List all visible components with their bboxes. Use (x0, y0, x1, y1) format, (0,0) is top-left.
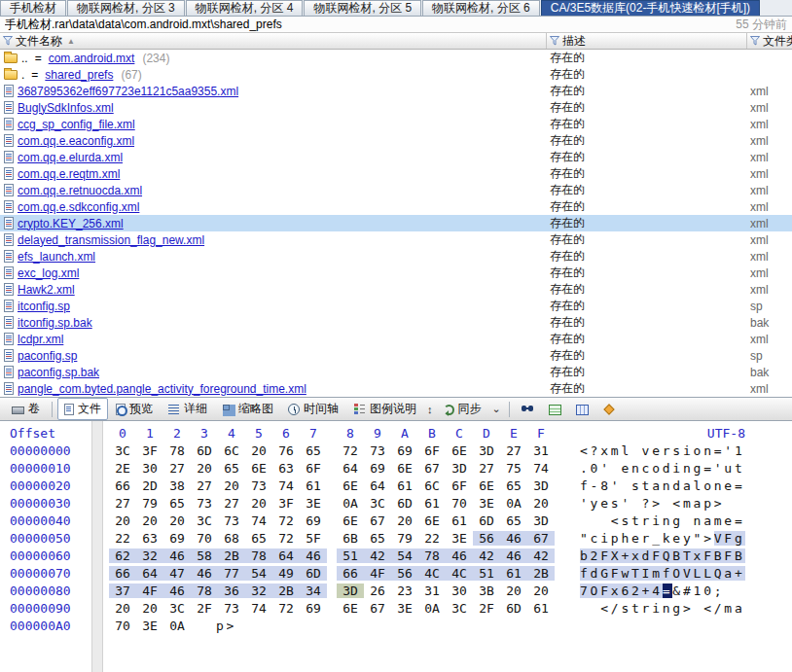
file-row[interactable]: Hawk2.xml存在的xml (0, 281, 792, 298)
hex-byte[interactable]: 6E (446, 443, 473, 458)
hex-byte[interactable]: 64 (337, 461, 364, 476)
hex-text-char[interactable]: < (703, 601, 714, 616)
hex-byte[interactable]: 6D (391, 496, 418, 511)
hex-byte[interactable]: 73 (364, 443, 391, 458)
hex-text-char[interactable]: ' (611, 478, 622, 493)
tab-evidence[interactable]: 物联网检材, 分区 3 (67, 0, 185, 16)
hex-text-char[interactable]: Q (663, 548, 673, 563)
tab-evidence[interactable]: 物联网检材, 分区 4 (186, 0, 304, 16)
hex-byte[interactable]: 66 (109, 566, 136, 581)
file-link[interactable]: itconfig.sp (18, 300, 70, 313)
hex-text-char[interactable]: Q (714, 566, 725, 581)
hex-text-char[interactable]: < (611, 513, 622, 528)
hex-byte[interactable]: 2B (527, 566, 555, 581)
file-link[interactable]: Hawk2.xml (18, 283, 75, 297)
hex-byte[interactable]: 3F (136, 443, 163, 458)
hex-byte[interactable]: 46 (191, 566, 218, 581)
hex-byte[interactable]: 32 (245, 584, 272, 598)
folder-link[interactable]: com.android.mxt (49, 52, 135, 65)
hex-byte[interactable]: 69 (364, 461, 391, 476)
hex-text-char[interactable]: < (672, 496, 683, 511)
hex-byte[interactable]: 75 (500, 461, 527, 476)
hex-byte[interactable]: 69 (300, 601, 327, 616)
file-row[interactable]: efs_launch.xml存在的xml (0, 248, 792, 265)
hex-byte[interactable]: 2D (136, 478, 163, 493)
hex-byte[interactable]: 61 (391, 478, 418, 493)
hex-byte[interactable]: 30 (136, 461, 163, 476)
hex-byte[interactable]: 3E (300, 496, 327, 511)
hex-byte[interactable]: 6E (337, 513, 364, 528)
hex-text-char[interactable]: i (672, 461, 683, 476)
hex-byte[interactable]: 56 (391, 566, 418, 581)
hex-byte[interactable]: 6E (337, 478, 364, 493)
hex-byte[interactable]: 42 (364, 548, 391, 563)
hex-byte[interactable]: 3D (473, 443, 500, 458)
hex-byte[interactable]: 6E (418, 513, 446, 528)
hex-text-char[interactable]: 0 (703, 584, 714, 598)
folder-link[interactable]: shared_prefs (45, 68, 113, 82)
hex-byte[interactable]: 22 (109, 531, 136, 546)
hex-text-char[interactable]: a (724, 566, 735, 581)
hex-byte[interactable]: 20 (109, 513, 136, 528)
hex-text-char[interactable]: r (663, 443, 673, 458)
hex-text-char[interactable]: = (735, 478, 745, 493)
hex-text-char[interactable]: F (703, 548, 714, 563)
file-row[interactable]: com.qq.e.eaconfig.xml存在的xml (0, 132, 792, 149)
file-link[interactable]: exc_log.xml (18, 266, 79, 280)
hex-byte[interactable]: 2B (272, 584, 300, 598)
hex-text-char[interactable]: e (672, 531, 683, 546)
search-binoculars-icon-button[interactable] (515, 400, 541, 418)
hex-byte[interactable]: 73 (218, 601, 245, 616)
hex-text-char[interactable]: X (611, 548, 622, 563)
hex-byte[interactable]: 70 (109, 619, 136, 633)
hex-byte[interactable]: 2F (473, 601, 500, 616)
hex-text-char[interactable]: 1 (694, 584, 704, 598)
hex-text-char[interactable]: ? (591, 443, 601, 458)
mode-button-详细[interactable]: 详细 (161, 398, 214, 420)
filter-funnel-icon[interactable] (3, 36, 13, 46)
hex-byte[interactable]: 65 (218, 461, 245, 476)
hex-text-char[interactable]: ' (600, 461, 611, 476)
hex-text-char[interactable]: x (600, 443, 611, 458)
hex-byte[interactable]: 72 (337, 443, 364, 458)
hex-byte[interactable]: 78 (418, 548, 446, 563)
hex-text-char[interactable]: s (672, 443, 683, 458)
hex-text-char[interactable]: & (672, 584, 683, 598)
updown-arrows-icon[interactable]: ↕ (424, 403, 436, 416)
file-row[interactable]: ccg_sp_config_file.xml存在的xml (0, 116, 792, 132)
file-link[interactable]: lcdpr.xml (18, 333, 63, 346)
mode-button-卷[interactable]: 卷 (5, 398, 47, 420)
column-header-description[interactable]: 描述 (547, 33, 747, 49)
hex-byte[interactable]: 73 (245, 478, 272, 493)
hex-byte[interactable]: 63 (136, 531, 163, 546)
hex-text-char[interactable]: I (642, 566, 653, 581)
hex-byte[interactable]: 27 (473, 461, 500, 476)
hex-byte[interactable]: 6D (191, 443, 218, 458)
hex-byte[interactable]: 64 (272, 548, 300, 563)
file-row[interactable]: delayed_transmission_flag_new.xml存在的xml (0, 231, 792, 248)
hex-byte[interactable]: 0A (418, 601, 446, 616)
hex-text-char[interactable]: n (694, 513, 704, 528)
hex-byte[interactable]: 61 (527, 601, 555, 616)
hex-text-char[interactable]: / (714, 601, 725, 616)
filter-funnel-icon[interactable] (550, 36, 559, 46)
hex-text-char[interactable]: # (683, 584, 694, 598)
hex-byte[interactable]: 74 (245, 513, 272, 528)
hex-byte[interactable]: 67 (364, 601, 391, 616)
hex-byte[interactable]: 47 (163, 566, 191, 581)
hex-byte[interactable]: 3E (136, 619, 163, 633)
mode-button-时间轴[interactable]: 时间轴 (281, 398, 345, 420)
hex-text-char[interactable]: L (703, 566, 714, 581)
file-row[interactable]: .=shared_prefs(67)存在的 (0, 66, 792, 83)
hex-text-char[interactable]: n (663, 601, 673, 616)
hex-text-char[interactable]: V (714, 531, 725, 546)
hex-byte[interactable]: 65 (300, 443, 327, 458)
hex-text-char[interactable] (663, 496, 673, 511)
file-link[interactable]: paconfig.sp (18, 349, 77, 363)
hex-byte[interactable]: 72 (272, 601, 300, 616)
hex-text-char[interactable]: o (652, 461, 663, 476)
hex-byte[interactable]: 56 (473, 531, 500, 546)
tab-evidence[interactable]: 物联网检材, 分区 5 (304, 0, 421, 16)
hex-byte[interactable]: 78 (245, 548, 272, 563)
hex-byte[interactable]: 78 (163, 443, 191, 458)
